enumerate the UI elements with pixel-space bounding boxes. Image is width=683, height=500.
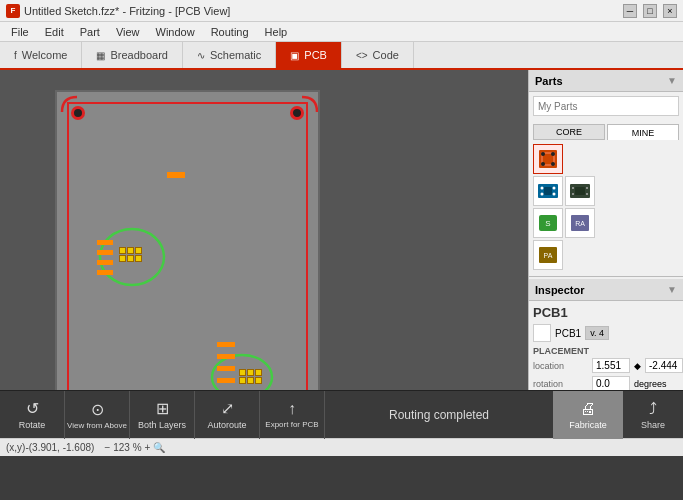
- parts-icon-selected[interactable]: [533, 144, 563, 174]
- svg-rect-19: [575, 187, 585, 195]
- orange-comp-2: [97, 240, 113, 245]
- color-swatch[interactable]: [533, 324, 551, 342]
- rotate-icon: ↺: [26, 399, 39, 418]
- breadboard-icon: ▦: [96, 50, 105, 61]
- parts-tabs: CORE MINE: [529, 124, 683, 140]
- inspector-component-name: PCB1: [533, 305, 679, 320]
- inspector-content: PCB1 PCB1 v. 4 Placement location ◆ in r…: [529, 301, 683, 390]
- svg-point-7: [551, 162, 555, 166]
- pin-r1: [239, 369, 246, 376]
- parts-panel-header: Parts ▼: [529, 70, 683, 92]
- inspector-panel-title: Inspector: [535, 284, 585, 296]
- parts-icon-shield[interactable]: [565, 176, 595, 206]
- rotation-unit: degrees: [634, 379, 667, 389]
- pin-3: [135, 247, 142, 254]
- layers-label: Both Layers: [138, 420, 186, 430]
- pcb-outline: [67, 102, 308, 390]
- tab-welcome[interactable]: f Welcome: [0, 42, 82, 68]
- close-button[interactable]: ×: [663, 4, 677, 18]
- both-layers-button[interactable]: ⊞ Both Layers: [130, 391, 195, 439]
- pin-r6: [255, 377, 262, 384]
- tab-pcb[interactable]: ▣ PCB: [276, 42, 342, 68]
- zoom-level: 123 %: [113, 442, 141, 453]
- view-icon: ⊙: [91, 400, 104, 419]
- inspector-panel-header: Inspector ▼: [529, 279, 683, 301]
- schematic-icon: ∿: [197, 50, 205, 61]
- view-from-above-button[interactable]: ⊙ View from Above: [65, 391, 130, 439]
- menu-routing[interactable]: Routing: [204, 25, 256, 39]
- rotation-input[interactable]: [592, 376, 630, 390]
- parts-icon-seeed[interactable]: S: [533, 208, 563, 238]
- parts-panel-collapse[interactable]: ▼: [667, 75, 677, 86]
- svg-point-12: [553, 193, 556, 196]
- tab-schematic-label: Schematic: [210, 49, 261, 61]
- tab-breadboard-label: Breadboard: [110, 49, 168, 61]
- menu-part[interactable]: Part: [73, 25, 107, 39]
- svg-text:PA: PA: [544, 252, 553, 259]
- corner-dot-tr: [290, 106, 304, 120]
- placement-header: Placement: [533, 346, 679, 356]
- parts-icon-arduino[interactable]: [533, 176, 563, 206]
- rotation-label: rotation: [533, 379, 588, 389]
- orange-comp-3: [97, 250, 113, 255]
- zoom-minus[interactable]: −: [104, 442, 110, 453]
- svg-point-4: [541, 152, 545, 156]
- tab-code[interactable]: <> Code: [342, 42, 414, 68]
- orange-comp-6: [217, 342, 235, 347]
- parts-icons-grid: S RA PA: [529, 140, 683, 274]
- svg-point-18: [586, 193, 588, 195]
- location-y-input[interactable]: [645, 358, 683, 373]
- coordinates: (x,y)-(3.901, -1.608): [6, 442, 94, 453]
- share-button[interactable]: ⤴ Share: [623, 391, 683, 439]
- parts-icon-seeed-svg: S: [537, 212, 559, 234]
- orange-comp-1: [167, 172, 185, 178]
- tab-pcb-label: PCB: [304, 49, 327, 61]
- app-icon: F: [6, 4, 20, 18]
- export-icon: ↑: [288, 400, 296, 418]
- minimize-button[interactable]: ─: [623, 4, 637, 18]
- inspector-panel-collapse[interactable]: ▼: [667, 284, 677, 295]
- svg-point-15: [572, 187, 574, 189]
- parts-icon-ra[interactable]: RA: [565, 208, 595, 238]
- layers-icon: ⊞: [156, 399, 169, 418]
- svg-point-6: [541, 162, 545, 166]
- maximize-button[interactable]: □: [643, 4, 657, 18]
- tab-welcome-label: Welcome: [22, 49, 68, 61]
- pcb-board: fritzing: [55, 90, 320, 390]
- location-x-input[interactable]: [592, 358, 630, 373]
- fabricate-button[interactable]: 🖨 Fabricate: [553, 391, 623, 439]
- parts-icon-row-3: S RA: [533, 208, 679, 238]
- autoroute-label: Autoroute: [207, 420, 246, 430]
- canvas-area[interactable]: fritzing: [0, 70, 528, 390]
- parts-tab-core[interactable]: CORE: [533, 124, 605, 140]
- parts-icon-pa[interactable]: PA: [533, 240, 563, 270]
- pin-2: [127, 247, 134, 254]
- share-label: Share: [641, 420, 665, 430]
- parts-icon-row-1: [533, 144, 679, 174]
- divider-1: [529, 276, 683, 277]
- rotate-button[interactable]: ↺ Rotate: [0, 391, 65, 439]
- parts-tab-mine[interactable]: MINE: [607, 124, 679, 140]
- menu-edit[interactable]: Edit: [38, 25, 71, 39]
- menu-help[interactable]: Help: [258, 25, 295, 39]
- zoom-plus[interactable]: +: [145, 442, 151, 453]
- parts-search-input[interactable]: [533, 96, 679, 116]
- inspector-pcb-label: PCB1: [555, 328, 581, 339]
- svg-point-10: [541, 193, 544, 196]
- view-label: View from Above: [67, 421, 127, 430]
- welcome-icon: f: [14, 50, 17, 61]
- orange-comp-9: [217, 378, 235, 383]
- pin-r2: [247, 369, 254, 376]
- routing-status-text: Routing completed: [389, 408, 489, 422]
- tab-breadboard[interactable]: ▦ Breadboard: [82, 42, 183, 68]
- code-icon: <>: [356, 50, 368, 61]
- pin-r5: [247, 377, 254, 384]
- menu-window[interactable]: Window: [149, 25, 202, 39]
- pin-r3: [255, 369, 262, 376]
- routing-status: Routing completed: [325, 408, 553, 422]
- tab-schematic[interactable]: ∿ Schematic: [183, 42, 276, 68]
- menu-view[interactable]: View: [109, 25, 147, 39]
- export-pcb-button[interactable]: ↑ Export for PCB: [260, 391, 325, 439]
- menu-file[interactable]: File: [4, 25, 36, 39]
- autoroute-button[interactable]: ⤢ Autoroute: [195, 391, 260, 439]
